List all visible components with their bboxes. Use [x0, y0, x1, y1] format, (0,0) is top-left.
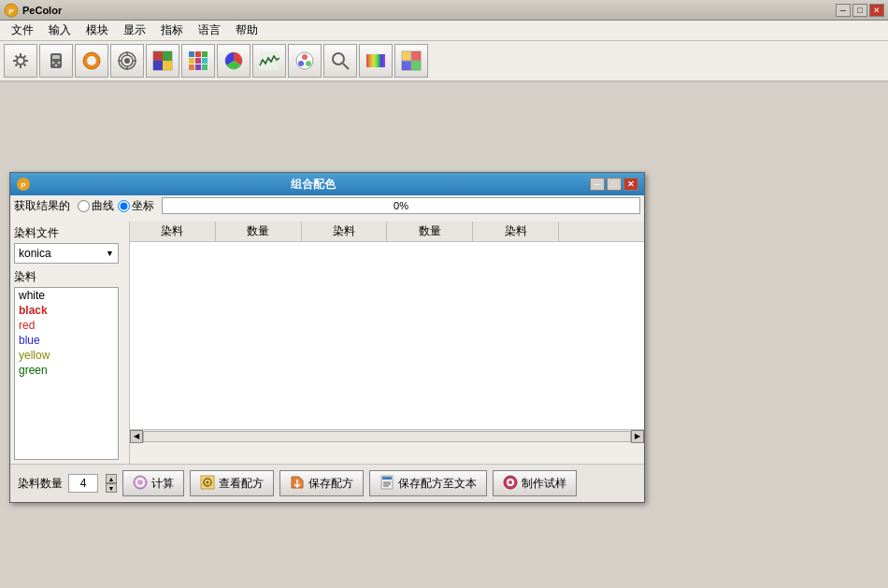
spectrum-icon	[365, 50, 386, 71]
save-formula-btn[interactable]: 保存配方	[279, 470, 364, 496]
svg-rect-24	[202, 51, 208, 57]
search-btn[interactable]	[323, 44, 357, 78]
settings-btn[interactable]	[4, 44, 37, 78]
dialog-footer: 染料数量 ▲ ▼ 计算	[10, 464, 644, 502]
curve-radio-group: 曲线 坐标	[78, 198, 154, 214]
svg-rect-28	[189, 65, 194, 70]
menu-display[interactable]: 显示	[116, 21, 153, 40]
menu-language[interactable]: 语言	[191, 21, 228, 40]
scroll-track[interactable]	[143, 431, 631, 442]
view-formula-btn[interactable]: 查看配方	[190, 470, 274, 496]
svg-rect-27	[202, 58, 208, 64]
scroll-left-btn[interactable]: ◀	[130, 430, 143, 443]
coord-label: 坐标	[132, 198, 154, 214]
calc-icon	[133, 475, 148, 493]
result-label: 获取结果的	[14, 198, 70, 214]
make-sample-btn[interactable]: 制作试样	[493, 470, 577, 496]
curve-option[interactable]: 曲线	[78, 198, 114, 214]
save-text-icon	[380, 475, 394, 493]
view-formula-label: 查看配方	[219, 476, 264, 492]
svg-point-56	[207, 480, 209, 483]
dye-item-red[interactable]: red	[15, 318, 118, 333]
dye-item-blue[interactable]: blue	[15, 333, 118, 348]
svg-rect-26	[195, 58, 201, 64]
checker-btn[interactable]	[394, 44, 428, 78]
menu-bar: 文件 输入 模块 显示 指标 语言 帮助	[0, 21, 888, 41]
dialog-window-buttons: ─ □ ✕	[590, 178, 638, 191]
svg-point-39	[333, 53, 344, 65]
menu-module[interactable]: 模块	[79, 21, 116, 40]
table-body[interactable]	[130, 242, 644, 429]
svg-point-38	[306, 61, 311, 66]
svg-rect-30	[202, 65, 208, 70]
dialog-icon: P	[16, 177, 31, 192]
coord-option[interactable]: 坐标	[118, 198, 154, 214]
wave-btn[interactable]	[252, 44, 286, 78]
dye-file-value: konica	[19, 247, 51, 260]
col-qty1: 数量	[216, 222, 302, 241]
horizontal-scrollbar[interactable]: ◀ ▶	[130, 429, 644, 442]
dye-item-white[interactable]: white	[15, 288, 118, 303]
svg-rect-29	[195, 65, 201, 70]
dialog-minimize-btn[interactable]: ─	[590, 178, 605, 191]
curve-label: 曲线	[92, 198, 114, 214]
color-wheel-btn[interactable]	[288, 44, 322, 78]
scroll-right-btn[interactable]: ▶	[631, 430, 644, 443]
svg-rect-19	[163, 51, 172, 61]
dye-count-spinner: ▲ ▼	[106, 474, 117, 493]
svg-rect-59	[382, 477, 392, 480]
svg-point-6	[58, 62, 61, 65]
curve-radio[interactable]	[78, 200, 90, 212]
target-btn[interactable]	[110, 44, 144, 78]
menu-help[interactable]: 帮助	[228, 21, 265, 40]
coord-radio[interactable]	[118, 200, 130, 212]
save-formula-label: 保存配方	[308, 476, 353, 492]
dropdown-arrow-icon: ▼	[106, 249, 114, 258]
menu-file[interactable]: 文件	[4, 21, 41, 40]
search-icon	[330, 50, 351, 71]
toolbar	[0, 41, 888, 82]
dialog-close-btn[interactable]: ✕	[623, 178, 638, 191]
dialog-maximize-btn[interactable]: □	[607, 178, 622, 191]
folder-btn[interactable]	[75, 44, 108, 78]
folder-icon	[81, 50, 102, 71]
gear-icon	[10, 50, 31, 71]
remote-btn[interactable]	[39, 44, 73, 78]
grid-btn[interactable]	[181, 44, 215, 78]
dye-item-green[interactable]: green	[15, 363, 118, 378]
minimize-btn[interactable]: ─	[836, 4, 851, 17]
maximize-btn[interactable]: □	[852, 4, 867, 17]
svg-rect-46	[411, 61, 421, 70]
svg-rect-45	[402, 61, 411, 70]
save-text-btn[interactable]: 保存配方至文本	[369, 470, 487, 496]
calc-btn[interactable]: 计算	[122, 470, 184, 496]
close-btn[interactable]: ✕	[869, 4, 884, 17]
palette1-btn[interactable]	[146, 44, 179, 78]
dye-file-select[interactable]: konica ▼	[14, 243, 119, 264]
svg-rect-25	[189, 58, 194, 64]
dye-item-black[interactable]: black	[15, 303, 118, 318]
circle-btn[interactable]	[217, 44, 251, 78]
svg-point-5	[52, 62, 55, 65]
app-title: PeColor	[22, 5, 836, 16]
col-dye3: 染料	[473, 222, 559, 241]
target-icon	[117, 50, 137, 71]
svg-line-40	[343, 64, 349, 69]
spinner-down-btn[interactable]: ▼	[106, 483, 117, 493]
spectrum-btn[interactable]	[359, 44, 393, 78]
mosaic-icon	[188, 50, 208, 71]
dye-count-input[interactable]	[68, 474, 98, 493]
remote-icon	[46, 50, 66, 71]
col-dye1: 染料	[130, 222, 216, 241]
col-qty2: 数量	[387, 222, 473, 241]
menu-indicator[interactable]: 指标	[153, 21, 191, 40]
combine-color-dialog: P 组合配色 ─ □ ✕ 获取结果的 曲线 坐标	[9, 172, 645, 503]
svg-rect-18	[153, 51, 163, 61]
wave-icon	[259, 50, 279, 71]
spinner-up-btn[interactable]: ▲	[106, 474, 117, 483]
menu-input[interactable]: 输入	[41, 21, 79, 40]
svg-point-53	[137, 480, 143, 485]
dye-item-yellow[interactable]: yellow	[15, 348, 118, 363]
dye-list[interactable]: white black red blue yellow green	[14, 287, 119, 460]
col-dye2: 染料	[302, 222, 388, 241]
